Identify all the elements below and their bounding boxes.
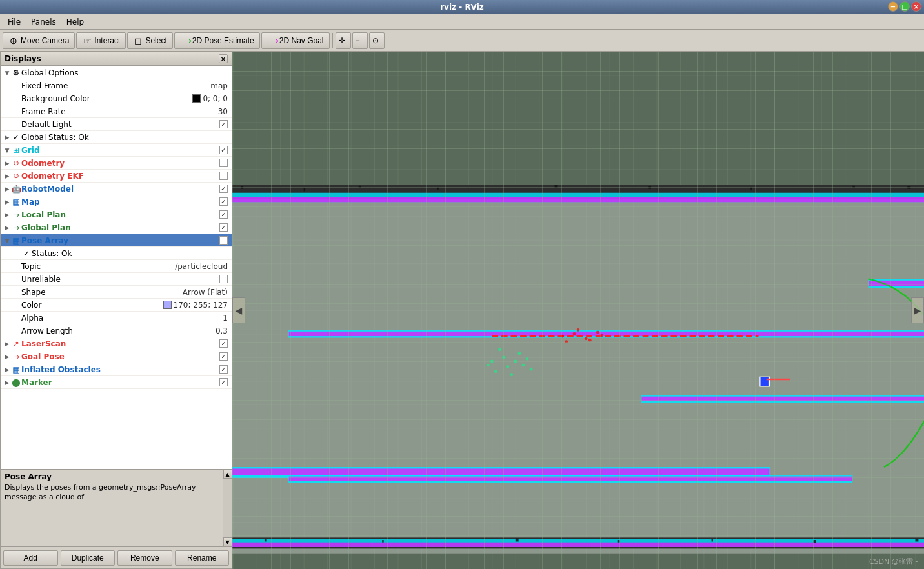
menu-help[interactable]: Help [61,16,89,28]
expand-btn-inflated-obstacles[interactable]: ▶ [3,366,11,374]
select-tool[interactable]: ◻ Select [127,32,172,49]
tree-item-alpha[interactable]: Alpha1 [1,312,232,324]
expand-btn-local-plan[interactable]: ▶ [3,211,11,219]
checkbox-local-plan[interactable] [219,210,228,219]
scroll-down-btn[interactable]: ▼ [223,537,232,546]
nav-arrow-left[interactable]: ◀ [232,297,245,323]
tree-item-status-ok[interactable]: ✓Status: Ok [1,247,232,260]
expand-btn-grid[interactable]: ▼ [3,146,11,154]
pose-estimate-label: 2D Pose Estimate [192,36,254,45]
minimize-btn[interactable]: − [888,1,898,12]
item-icon-odometry-ekf: ↺ [11,171,21,181]
expand-btn-laser-scan[interactable]: ▶ [3,340,11,348]
nav-arrow-right[interactable]: ▶ [911,297,924,323]
color-swatch-color[interactable] [163,301,172,309]
color-swatch-bg-color[interactable] [192,94,201,103]
item-icon-goal-pose: → [11,352,21,362]
expand-btn-map[interactable]: ▶ [3,198,11,206]
expand-btn-marker[interactable]: ▶ [3,379,11,386]
tree-item-laser-scan[interactable]: ▶↗LaserScan [1,337,232,350]
item-label-inflated-obstacles: Inflated Obstacles [21,365,219,374]
maximize-btn[interactable]: □ [899,1,910,12]
item-label-default-light: Default Light [21,120,219,129]
checkbox-odometry[interactable] [219,159,228,167]
checkbox-default-light[interactable] [219,120,228,128]
expand-btn-arrow-length [14,327,21,335]
checkbox-marker[interactable] [219,378,228,386]
tree-item-default-light[interactable]: Default Light [1,118,232,131]
expand-btn-odometry-ekf[interactable]: ▶ [3,172,11,180]
tree-item-frame-rate[interactable]: Frame Rate30 [1,105,232,118]
expand-btn-pose-array[interactable]: ▼ [3,237,11,245]
main-content: Displays × ▼⚙Global OptionsFixed Framema… [0,52,924,569]
tree-item-robot-model[interactable]: ▶🤖RobotModel [1,183,232,195]
tree-item-global-plan[interactable]: ▶→Global Plan [1,221,232,234]
viewport[interactable]: ◀ ▶ CSDN @张雷~ [232,52,924,569]
checkbox-robot-model[interactable] [219,185,228,193]
checkbox-laser-scan[interactable] [219,339,228,348]
tree-item-map[interactable]: ▶▦Map [1,195,232,208]
item-label-global-plan: Global Plan [21,223,219,232]
interact-label: Interact [94,36,120,45]
close-btn[interactable]: × [911,1,921,12]
tree-item-local-plan[interactable]: ▶→Local Plan [1,208,232,221]
expand-btn-odometry[interactable]: ▶ [3,159,11,167]
tree-item-shape[interactable]: ShapeArrow (Flat) [1,286,232,299]
menu-bar: File Panels Help [0,14,924,30]
tree-item-goal-pose[interactable]: ▶→Goal Pose [1,350,232,363]
tree-item-inflated-obstacles[interactable]: ▶▦Inflated Obstacles [1,363,232,376]
zoom-out-btn[interactable]: − [352,32,368,49]
tree-item-pose-array[interactable]: ▼▦Pose Array [1,234,232,247]
displays-close-btn[interactable]: × [219,54,228,63]
menu-panels[interactable]: Panels [26,16,61,28]
action-buttons-bar: Add Duplicate Remove Rename [0,547,232,569]
tree-item-odometry-ekf[interactable]: ▶↺Odometry EKF [1,170,232,183]
expand-btn-shape [14,288,21,296]
title-bar: rviz - RViz − □ × [0,0,924,14]
expand-btn-global-plan[interactable]: ▶ [3,224,11,232]
checkbox-map[interactable] [219,197,228,206]
tree-item-global-status[interactable]: ▶✓Global Status: Ok [1,131,232,144]
tree-item-unreliable[interactable]: Unreliable [1,273,232,286]
add-button[interactable]: Add [3,550,58,566]
tree-item-global-options[interactable]: ▼⚙Global Options [1,66,232,79]
tree-item-fixed-frame[interactable]: Fixed Framemap [1,79,232,92]
tree-item-marker[interactable]: ▶⬤Marker [1,376,232,389]
checkbox-pose-array[interactable] [219,236,228,245]
move-camera-tool[interactable]: ⊕ Move Camera [3,32,75,49]
tree-item-color[interactable]: Color170; 255; 127 [1,299,232,312]
expand-btn-global-options[interactable]: ▼ [3,69,11,77]
checkbox-unreliable[interactable] [219,275,228,283]
nav-goal-tool[interactable]: ⟶ 2D Nav Goal [261,32,330,49]
desc-scrollbar[interactable]: ▲ ▼ [223,470,232,546]
scroll-up-btn[interactable]: ▲ [223,470,232,479]
duplicate-button[interactable]: Duplicate [61,550,115,566]
checkbox-grid[interactable] [219,146,228,154]
tree-item-odometry[interactable]: ▶↺Odometry [1,157,232,170]
target-btn[interactable]: ⊙ [369,32,385,49]
item-value-topic: /particlecloud [175,262,228,271]
checkbox-odometry-ekf[interactable] [219,172,228,180]
item-value-shape: Arrow (Flat) [183,288,228,297]
add-camera-btn[interactable]: ✛ [336,32,351,49]
interact-tool[interactable]: ☞ Interact [76,32,126,49]
expand-btn-robot-model[interactable]: ▶ [3,185,11,193]
pose-estimate-tool[interactable]: ⟶ 2D Pose Estimate [174,32,260,49]
item-label-goal-pose: Goal Pose [21,352,219,361]
item-label-shape: Shape [21,288,183,297]
rename-button[interactable]: Rename [175,550,230,566]
expand-btn-goal-pose[interactable]: ▶ [3,353,11,361]
grid-overlay [232,52,924,569]
checkbox-inflated-obstacles[interactable] [219,365,228,374]
tree-item-grid[interactable]: ▼⊞Grid [1,144,232,157]
checkbox-goal-pose[interactable] [219,352,228,361]
checkbox-global-plan[interactable] [219,223,228,232]
displays-panel: Displays × ▼⚙Global OptionsFixed Framema… [0,52,232,470]
expand-btn-global-status[interactable]: ▶ [3,134,11,141]
tree-item-bg-color[interactable]: Background Color0; 0; 0 [1,92,232,105]
tree-item-arrow-length[interactable]: Arrow Length0.3 [1,324,232,337]
menu-file[interactable]: File [3,16,26,28]
remove-button[interactable]: Remove [117,550,172,566]
pose-estimate-icon: ⟶ [180,35,190,46]
tree-item-topic[interactable]: Topic/particlecloud [1,260,232,273]
